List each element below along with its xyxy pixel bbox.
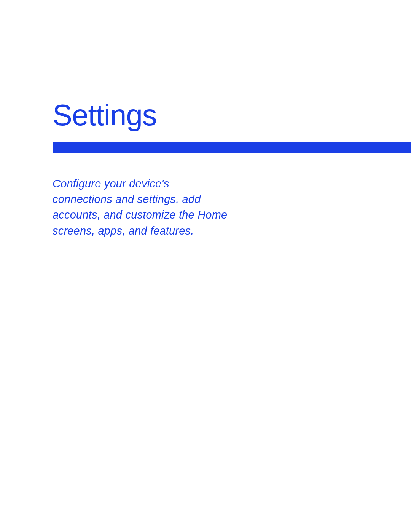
page-title: Settings: [53, 98, 157, 133]
page-description: Configure your device's connections and …: [53, 176, 228, 239]
divider-bar: [53, 142, 411, 153]
